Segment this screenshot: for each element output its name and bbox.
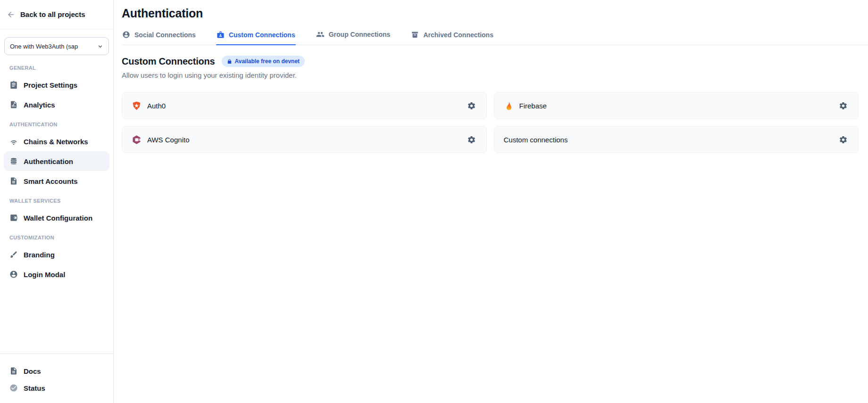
connections-grid: Auth0 Firebase: [122, 92, 859, 153]
arrow-left-icon: [7, 10, 15, 19]
tab-label: Social Connections: [134, 31, 196, 39]
database-icon: [9, 157, 18, 165]
sidebar-item-label: Login Modal: [24, 271, 65, 279]
tab-label: Custom Connections: [229, 31, 295, 39]
badge-label: Available free on devnet: [235, 58, 300, 65]
sidebar-item-label: Chains & Networks: [24, 138, 88, 146]
section-label-wallet-services: WALLET SERVICES: [4, 191, 109, 208]
gear-icon[interactable]: [467, 135, 476, 144]
page-title: Authentication: [122, 7, 859, 20]
sidebar-item-project-settings[interactable]: Project Settings: [4, 75, 109, 95]
brush-icon: [9, 250, 18, 259]
section-label-customization: CUSTOMIZATION: [4, 228, 109, 245]
tab-custom-connections[interactable]: Custom Connections: [216, 31, 296, 45]
sidebar-item-authentication[interactable]: Authentication: [4, 151, 109, 171]
sidebar: Back to all projects One with Web3Auth (…: [0, 0, 114, 403]
gear-icon[interactable]: [467, 101, 476, 110]
gear-icon[interactable]: [839, 135, 848, 144]
section-header: Custom Connections Available free on dev…: [122, 56, 859, 67]
doc-icon: [9, 367, 18, 375]
tab-label: Archived Connections: [423, 31, 493, 39]
section-title: Custom Connections: [122, 56, 215, 67]
card-label: Custom connections: [504, 136, 568, 144]
back-to-projects-link[interactable]: Back to all projects: [0, 0, 113, 29]
archive-icon: [411, 31, 419, 39]
card-custom-connections[interactable]: Custom connections: [494, 126, 859, 153]
sidebar-item-docs[interactable]: Docs: [4, 362, 109, 379]
clipboard-icon: [9, 81, 18, 89]
sidebar-item-label: Wallet Configuration: [24, 214, 92, 222]
sidebar-item-login-modal[interactable]: Login Modal: [4, 264, 109, 284]
lock-icon: [227, 59, 232, 64]
user-circle-icon: [9, 270, 18, 279]
sidebar-item-label: Project Settings: [24, 81, 77, 89]
analytics-icon: [9, 100, 18, 109]
project-selector[interactable]: One with Web3Auth (sap: [4, 37, 109, 55]
tab-archived-connections[interactable]: Archived Connections: [410, 31, 494, 45]
sidebar-item-chains-networks[interactable]: Chains & Networks: [4, 132, 109, 151]
sidebar-item-smart-accounts[interactable]: Smart Accounts: [4, 171, 109, 191]
sidebar-footer: Docs Status: [0, 354, 113, 401]
card-label: AWS Cognito: [147, 136, 189, 144]
auth0-icon: [132, 101, 142, 111]
section-label-authentication: AUTHENTICATION: [4, 115, 109, 132]
id-badge-icon: [217, 31, 225, 39]
devnet-badge: Available free on devnet: [222, 56, 305, 67]
section-description: Allow users to login using your existing…: [122, 71, 859, 79]
card-label: Firebase: [519, 102, 547, 110]
tab-social-connections[interactable]: Social Connections: [122, 31, 196, 45]
sidebar-item-analytics[interactable]: Analytics: [4, 95, 109, 115]
tab-group-connections[interactable]: Group Connections: [316, 30, 391, 45]
gear-icon[interactable]: [839, 101, 848, 110]
sidebar-item-status[interactable]: Status: [4, 379, 109, 396]
section-label-general: GENERAL: [4, 58, 109, 75]
project-selector-value: One with Web3Auth (sap: [10, 43, 78, 50]
sidebar-item-label: Docs: [24, 367, 41, 375]
sidebar-item-label: Status: [24, 384, 45, 392]
user-circle-icon: [122, 31, 130, 39]
sidebar-item-branding[interactable]: Branding: [4, 245, 109, 264]
group-icon: [316, 30, 325, 39]
card-label: Auth0: [147, 102, 166, 110]
file-icon: [9, 177, 18, 185]
chevron-down-icon: [97, 43, 104, 50]
wallet-icon: [9, 214, 18, 222]
wifi-icon: [9, 137, 18, 146]
sidebar-item-label: Authentication: [24, 157, 73, 165]
card-auth0[interactable]: Auth0: [122, 92, 487, 119]
tab-bar: Social Connections Custom Connections Gr…: [122, 30, 868, 45]
aws-cognito-icon: [132, 135, 142, 145]
sidebar-item-label: Analytics: [24, 101, 55, 109]
card-firebase[interactable]: Firebase: [494, 92, 859, 119]
back-label: Back to all projects: [20, 10, 85, 18]
sidebar-item-label: Branding: [24, 251, 55, 259]
main-content: Authentication Social Connections Custom…: [114, 0, 868, 403]
firebase-icon: [504, 101, 514, 111]
card-aws-cognito[interactable]: AWS Cognito: [122, 126, 487, 153]
sidebar-item-wallet-configuration[interactable]: Wallet Configuration: [4, 208, 109, 228]
tab-label: Group Connections: [329, 31, 391, 38]
sidebar-item-label: Smart Accounts: [24, 177, 77, 185]
sidebar-nav: GENERAL Project Settings Analytics AUTHE…: [0, 55, 113, 284]
check-circle-icon: [9, 384, 18, 392]
